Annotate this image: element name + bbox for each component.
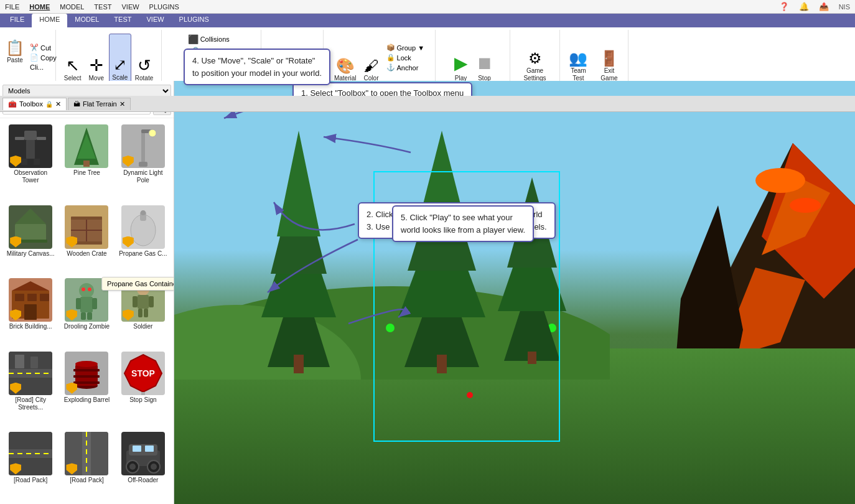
svg-rect-4	[15, 137, 24, 140]
svg-rect-2	[21, 159, 27, 165]
svg-rect-34	[81, 312, 86, 320]
item-label-off-roader: Off-Roader	[128, 477, 158, 484]
tab-test[interactable]: TEST	[106, 14, 139, 27]
rotate-button[interactable]: ↺ Rotate	[133, 34, 156, 83]
toolbox-item-pine-tree[interactable]: Pine Tree	[60, 122, 113, 200]
notifications-icon[interactable]: 🔔	[799, 2, 809, 11]
exit-game-button[interactable]: 🚪 Exit Game	[594, 34, 624, 83]
toolbox-item-off-roader[interactable]: Off-Roader	[116, 429, 170, 500]
svg-rect-27	[40, 294, 49, 301]
svg-rect-54	[73, 375, 100, 378]
collisions-button[interactable]: ⬛ Collisions	[185, 34, 238, 45]
svg-point-52	[75, 361, 98, 367]
svg-rect-43	[144, 309, 148, 317]
exit-game-icon: 🚪	[600, 51, 619, 66]
share-icon[interactable]: 📤	[819, 2, 829, 11]
item-label-pine-tree: Pine Tree	[73, 169, 100, 177]
tab-file[interactable]: FILE	[2, 14, 32, 27]
menu-test[interactable]: TEST	[94, 3, 111, 11]
svg-rect-41	[149, 296, 154, 307]
menu-model[interactable]: MODEL	[60, 3, 84, 11]
copy-label: Copy	[40, 54, 57, 62]
toolbox-item-exploding-barrel[interactable]: Exploding Barrel	[60, 349, 113, 427]
tab-model[interactable]: MODEL	[67, 14, 106, 27]
svg-marker-85	[277, 131, 320, 236]
move-button[interactable]: ✛ Move	[85, 34, 108, 83]
svg-rect-53	[73, 369, 100, 371]
flat-terrain-tab[interactable]: 🏔 Flat Terrain ✕	[68, 98, 131, 110]
toolbox-item-dynamic-light-pole[interactable]: Dynamic Light Pole	[116, 122, 170, 200]
svg-point-37	[88, 287, 91, 291]
item-label-military-canvas: Military Canvas...	[7, 250, 55, 258]
select-button[interactable]: ↖ Select	[62, 34, 84, 83]
material-button[interactable]: 🎨 Material	[332, 39, 359, 83]
svg-rect-19	[71, 217, 102, 220]
cut-copy-col: ✂️ Cut 📄 Copy Cli...	[27, 31, 59, 83]
category-select[interactable]: Models Decals Audio My Models	[2, 85, 171, 97]
toolbox-item-road-city-streets[interactable]: [Road] City Streets...	[4, 349, 57, 427]
svg-rect-55	[73, 381, 100, 384]
toolbox-item-wooden-crate[interactable]: Wooden Crate	[60, 203, 113, 274]
svg-point-72	[151, 464, 157, 470]
copy-button[interactable]: 📄 Copy	[27, 53, 59, 62]
lock-icon: 🔒	[386, 54, 395, 62]
select-icon: ↖	[66, 57, 80, 73]
menu-file[interactable]: FILE	[5, 3, 19, 11]
item-label-propane-gas: Propane Gas C...	[119, 250, 167, 258]
clipboard-extra[interactable]: Cli...	[27, 63, 59, 72]
paste-label: Paste	[7, 57, 23, 64]
item-label-dynamic-light-pole: Dynamic Light Pole	[118, 169, 169, 184]
item-label-exploding-barrel: Exploding Barrel	[64, 396, 110, 404]
svg-rect-9	[141, 131, 145, 162]
svg-rect-28	[24, 304, 37, 320]
group-button[interactable]: 📦 Group ▼	[384, 43, 427, 52]
toolbox-item-observation-tower[interactable]: Observation Tower	[4, 122, 57, 200]
svg-point-36	[82, 287, 85, 291]
svg-point-30	[79, 283, 94, 298]
toolbox-close-icon[interactable]: ✕	[55, 100, 61, 108]
item-label-stop-sign: Stop Sign	[129, 396, 156, 404]
cut-label: Cut	[40, 44, 51, 52]
toolbox-item-propane-gas[interactable]: Propane Gas C... Propane Gas Container	[116, 203, 170, 274]
svg-point-77	[755, 168, 805, 193]
play-button[interactable]: ▶ Play	[450, 34, 472, 83]
svg-rect-26	[27, 294, 37, 301]
svg-rect-5	[37, 137, 46, 140]
toolbox-panel-tab[interactable]: 🧰 Toolbox 🔒 ✕	[2, 98, 67, 110]
svg-rect-31	[80, 297, 93, 312]
menu-view[interactable]: VIEW	[121, 3, 139, 11]
toolbox-tab-icon: 🧰	[8, 100, 17, 108]
scale-button[interactable]: ⤢ Scale	[109, 34, 131, 83]
svg-rect-1	[26, 140, 35, 159]
tab-view[interactable]: VIEW	[139, 14, 171, 27]
toolbox-item-military-canvas[interactable]: Military Canvas...	[4, 203, 57, 274]
svg-rect-35	[87, 312, 92, 320]
tab-home[interactable]: HOME	[32, 14, 67, 27]
anchor-button[interactable]: ⚓ Anchor	[384, 63, 427, 72]
svg-rect-39	[138, 295, 149, 309]
toolbox-item-stop-sign[interactable]: STOP Stop Sign	[116, 349, 170, 427]
menu-plugins[interactable]: PLUGINS	[149, 3, 179, 11]
toolbox-item-road-pack2[interactable]: [Road Pack]	[60, 429, 113, 500]
toolbox-item-road-pack1[interactable]: [Road Pack]	[4, 429, 57, 500]
team-test-button[interactable]: 👥 Team Test	[564, 34, 593, 83]
lock-button[interactable]: 🔒 Lock	[384, 53, 427, 62]
svg-point-71	[129, 464, 136, 470]
stop-button[interactable]: ⏹ Stop	[474, 34, 496, 83]
cut-button[interactable]: ✂️ Cut	[27, 43, 59, 52]
svg-rect-0	[24, 131, 37, 140]
menu-home[interactable]: HOME	[29, 3, 50, 11]
tab-plugins[interactable]: PLUGINS	[172, 14, 217, 27]
collisions-icon: ⬛	[188, 34, 199, 44]
help-icon[interactable]: ❓	[779, 2, 789, 11]
toolbox-item-brick-building[interactable]: Brick Building...	[4, 276, 57, 347]
group-icon: 📦	[386, 44, 395, 52]
svg-rect-42	[138, 309, 142, 317]
paste-button[interactable]: 📋 Paste	[4, 31, 26, 73]
color-button[interactable]: 🖌 Color	[360, 39, 383, 83]
game-settings-button[interactable]: ⚙ Game Settings	[514, 34, 556, 83]
svg-rect-49	[30, 357, 38, 368]
flat-terrain-close-icon[interactable]: ✕	[119, 100, 125, 108]
propane-tooltip: Propane Gas Container	[101, 277, 174, 291]
team-test-icon: 👥	[569, 51, 587, 66]
